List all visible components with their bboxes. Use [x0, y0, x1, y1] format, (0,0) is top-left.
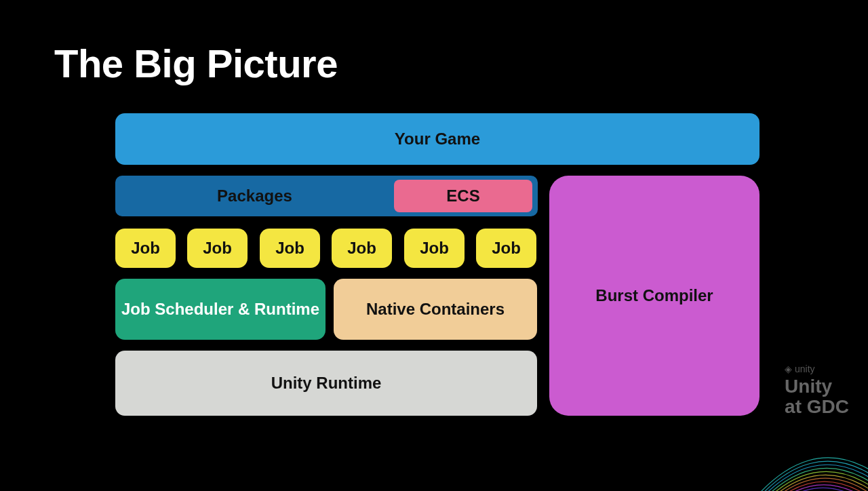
- watermark-brand-icon: ◈ unity: [785, 364, 849, 374]
- job-box-5: Job: [476, 229, 536, 268]
- job-box-0: Job: [115, 229, 176, 268]
- packages-label: Packages: [115, 186, 394, 205]
- watermark-line2: at GDC: [785, 397, 849, 416]
- packages-box: Packages ECS: [115, 176, 538, 216]
- job-box-1: Job: [187, 229, 248, 268]
- cube-icon: ◈: [785, 364, 792, 374]
- watermark-small-text: unity: [795, 364, 815, 374]
- your-game-box: Your Game: [115, 113, 760, 165]
- watermark-line1: Unity: [785, 376, 849, 396]
- ecs-box: ECS: [394, 180, 532, 212]
- native-containers-box: Native Containers: [334, 279, 537, 340]
- job-box-3: Job: [332, 229, 392, 268]
- job-scheduler-box: Job Scheduler & Runtime: [115, 279, 326, 340]
- job-box-4: Job: [404, 229, 465, 268]
- watermark: ◈ unity Unity at GDC: [785, 364, 849, 416]
- slide: The Big Picture Your Game Packages ECS J…: [0, 0, 868, 491]
- job-box-2: Job: [260, 229, 320, 268]
- burst-compiler-box: Burst Compiler: [549, 176, 760, 416]
- slide-title: The Big Picture: [54, 41, 814, 86]
- unity-runtime-box: Unity Runtime: [115, 351, 537, 416]
